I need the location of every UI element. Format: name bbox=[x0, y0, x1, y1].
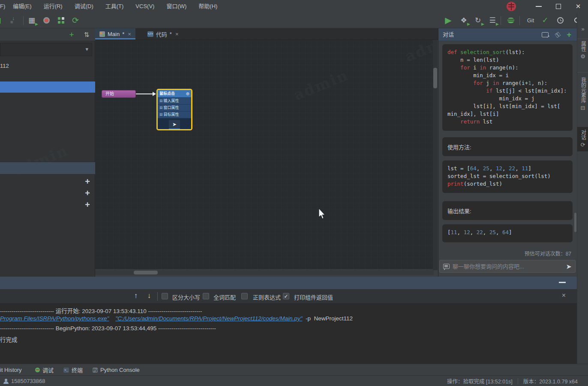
refresh-icon[interactable]: ⟳ bbox=[70, 15, 81, 25]
menu-window[interactable]: 窗口(W) bbox=[160, 0, 192, 13]
add-button-3[interactable]: + bbox=[83, 200, 92, 209]
key-icon[interactable]: ⚿ bbox=[552, 28, 563, 42]
mouse-click-node[interactable]: 鼠标点击 ⊕ ⊞输入属性 ⊞窗口属性 ⊞目标属性 ➤ bbox=[156, 89, 192, 130]
new-chat-icon[interactable]: + bbox=[567, 28, 571, 41]
history-clock-icon[interactable] bbox=[555, 15, 565, 25]
checkbox-print-return-label[interactable]: 打印组件返回值 bbox=[294, 293, 333, 301]
watermark: admin bbox=[402, 40, 434, 65]
checkbox-match-case[interactable] bbox=[162, 293, 168, 299]
checkbox-regex-label[interactable]: 正则表达式 bbox=[253, 293, 281, 301]
menu-debug[interactable]: 调试(D) bbox=[69, 0, 99, 13]
node-row-input-props[interactable]: ⊞输入属性 bbox=[158, 97, 191, 104]
output-label: 输出结果: bbox=[442, 201, 573, 220]
section-row[interactable] bbox=[0, 162, 95, 175]
version-text: 版本：2023.1.0.79 x64 bbox=[523, 377, 578, 385]
start-node[interactable]: 开始 bbox=[102, 90, 136, 98]
clipped-icon[interactable]: ▮ bbox=[0, 15, 4, 25]
tool-tab-terminal[interactable]: >_ 终端 bbox=[63, 364, 83, 376]
project-panel: + ⇅ ▾ 112 admin + + + bbox=[0, 28, 95, 277]
run-config-icon[interactable]: ☰▶ bbox=[487, 15, 498, 25]
send-icon[interactable]: ➤ bbox=[566, 262, 572, 271]
mouse-cursor bbox=[318, 208, 327, 220]
collapse-all-icon[interactable]: ⇅ bbox=[82, 30, 91, 39]
quota-text: 预估可对话次数：87 bbox=[525, 250, 571, 257]
publish-icon[interactable]: ↓≡ bbox=[9, 15, 19, 25]
library-icon: ⊟ bbox=[577, 104, 588, 112]
commit-check-icon[interactable]: ✓ bbox=[540, 15, 550, 25]
menu-help[interactable]: 帮助(H) bbox=[192, 0, 223, 13]
tool-tab-python-console[interactable]: Py Python Console bbox=[93, 364, 140, 376]
checkbox-print-return[interactable]: ✓ bbox=[283, 293, 289, 299]
chat-bubble-icon bbox=[443, 264, 450, 269]
gear-icon: ⚙ bbox=[577, 52, 588, 60]
checkbox-match-case-label[interactable]: 区分大小写 bbox=[172, 293, 200, 301]
chat-panel-scrollbar[interactable] bbox=[574, 213, 576, 232]
tree-item-project[interactable]: 112 bbox=[0, 61, 95, 71]
console-minimize-icon[interactable] bbox=[559, 282, 566, 283]
export-icon[interactable] bbox=[542, 32, 549, 37]
terminal-icon: >_ bbox=[63, 368, 69, 373]
blocks-icon[interactable] bbox=[56, 15, 66, 25]
tab-code-close-icon[interactable]: × bbox=[175, 31, 179, 37]
user-id[interactable]: 15850733868 bbox=[11, 378, 45, 384]
menu-run[interactable]: 运行(R) bbox=[38, 0, 69, 13]
prev-match-icon[interactable]: ↑ bbox=[131, 291, 141, 301]
checkbox-whole-word[interactable] bbox=[203, 293, 209, 299]
checkbox-regex[interactable] bbox=[241, 293, 248, 299]
app-window: F) 编辑(E) 运行(R) 调试(D) 工具(T) VCS(V) 窗口(W) … bbox=[0, 0, 588, 386]
bug-badge-icon[interactable] bbox=[507, 2, 516, 11]
operation-status: 操作：拾取完成 [13:52:01s] bbox=[447, 377, 513, 385]
checkbox-whole-word-label[interactable]: 全词匹配 bbox=[213, 293, 236, 301]
node-header[interactable]: 鼠标点击 ⊕ bbox=[158, 90, 191, 97]
main-toolbar: ▮ ↓≡ ▦▶ ⟳ ▶ ❖▶ ↻▶ ☰▶ Git ✓ bbox=[0, 13, 588, 28]
menu-vcs[interactable]: VCS(V) bbox=[129, 0, 160, 13]
tab-code[interactable]: </> 代码* × bbox=[143, 28, 183, 39]
canvas-vscrollbar[interactable] bbox=[433, 40, 438, 270]
tool-tab-debug[interactable]: 调试 bbox=[35, 364, 54, 376]
run-icon[interactable]: ▶ bbox=[443, 15, 453, 25]
console-close-icon[interactable]: × bbox=[562, 292, 566, 299]
usage-label: 使用方法: bbox=[442, 137, 573, 156]
record-icon[interactable] bbox=[41, 15, 51, 25]
console-output[interactable]: ---------------------------- 运行开始: 2023-… bbox=[0, 304, 577, 364]
crosshair-icon[interactable]: ⊕ bbox=[186, 90, 189, 97]
hidden-tools-icon[interactable]: » bbox=[577, 26, 588, 32]
chat-refresh-icon: ⟳ bbox=[577, 141, 588, 149]
next-match-icon[interactable]: ↓ bbox=[144, 291, 154, 301]
hscroll-thumb[interactable] bbox=[134, 271, 158, 274]
add-button-2[interactable]: + bbox=[83, 188, 92, 198]
tree-item-selected[interactable] bbox=[0, 81, 95, 93]
node-row-target-props[interactable]: ⊞目标属性 bbox=[158, 111, 191, 118]
project-dropdown[interactable]: ▾ bbox=[0, 43, 92, 56]
close-button[interactable]: ✕ bbox=[568, 0, 588, 13]
canvas-hscrollbar[interactable] bbox=[95, 270, 434, 275]
tool-tab-properties[interactable]: 属性 ⚙ bbox=[577, 41, 588, 60]
code-block-output: [11, 12, 22, 25, 64] bbox=[442, 224, 573, 242]
add-flow-button[interactable]: + bbox=[67, 30, 76, 39]
titlebar: F) 编辑(E) 运行(R) 调试(D) 工具(T) VCS(V) 窗口(W) … bbox=[0, 0, 588, 13]
tab-main[interactable]: Main* × bbox=[95, 28, 135, 39]
console-line: 行完成 bbox=[0, 335, 18, 344]
debug-bug-icon[interactable] bbox=[506, 15, 516, 25]
rerun-icon[interactable]: ↻▶ bbox=[473, 15, 483, 25]
flow-canvas[interactable]: admin admin 开始 鼠标点击 ⊕ ⊞输入属性 ⊞窗口属性 ⊞目标属性 … bbox=[95, 40, 434, 269]
run-plugin-icon[interactable]: ❖▶ bbox=[459, 15, 469, 25]
debug-icon bbox=[35, 368, 40, 372]
tool-tab-chat[interactable]: 对话 ⟳ bbox=[577, 127, 588, 151]
menu-tools[interactable]: 工具(T) bbox=[99, 0, 130, 13]
vscroll-thumb[interactable] bbox=[433, 68, 437, 88]
add-button-1[interactable]: + bbox=[83, 177, 92, 186]
node-row-window-props[interactable]: ⊞窗口属性 bbox=[158, 104, 191, 111]
chat-panel-header: 对话 ⚿ + bbox=[438, 28, 577, 41]
tool-tab-git-history[interactable]: it History bbox=[0, 364, 22, 376]
maximize-button[interactable] bbox=[549, 0, 568, 13]
tool-tab-element-library[interactable]: 我的元素库 ⊟ bbox=[577, 77, 588, 112]
tab-main-close-icon[interactable]: × bbox=[128, 31, 131, 37]
component-list-icon[interactable]: ▦▶ bbox=[27, 15, 37, 25]
menu-edit[interactable]: 编辑(E) bbox=[7, 0, 37, 13]
chat-input[interactable] bbox=[453, 263, 563, 270]
menu-file-fragment[interactable]: F) bbox=[0, 0, 7, 13]
git-label[interactable]: Git bbox=[524, 15, 537, 25]
target-element-thumbnail[interactable]: ➤ bbox=[169, 120, 180, 130]
minimize-button[interactable] bbox=[529, 0, 549, 13]
